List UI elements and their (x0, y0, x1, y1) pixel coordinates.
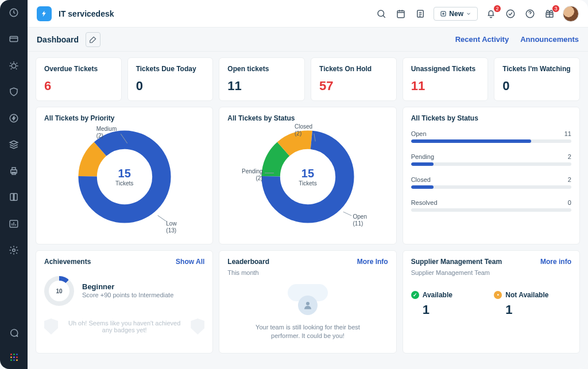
check-icon: ✓ (411, 291, 419, 299)
supplier-more-link[interactable]: More info (540, 258, 571, 266)
status-pending-count: (2) (256, 175, 262, 181)
announcements-link[interactable]: Announcements (520, 35, 579, 44)
metric-label: Tickets On Hold (319, 65, 388, 73)
supplier-unavailable-count: 1 (505, 302, 571, 317)
achievements-show-all-link[interactable]: Show All (176, 258, 204, 266)
metric-value: 11 (227, 79, 296, 94)
leaderboard-msg2: performer. It could be you! (271, 332, 345, 339)
nav-apps-icon[interactable] (10, 354, 18, 361)
nav-dashboard-icon[interactable] (8, 7, 20, 18)
priority-medium-label: Medium (96, 126, 117, 132)
priority-medium-count: (2) (96, 133, 103, 139)
help-icon[interactable] (524, 7, 536, 20)
nav-bolt-icon[interactable] (8, 112, 20, 124)
topbar: IT servicedesk New 2 3 (28, 0, 588, 28)
supplier-available-count: 1 (423, 302, 489, 317)
status-donut-card: All Tickets by Status 15 Tickets Closed … (219, 107, 396, 244)
metric-card[interactable]: Unassigned Tickets11 (403, 57, 489, 101)
nav-layers-icon[interactable] (8, 139, 20, 150)
bar-value: 2 (568, 176, 571, 183)
status-bar-row: Resolved0 (411, 199, 571, 212)
supplier-unavailable-label: Not Available (505, 291, 548, 299)
status-bar-row: Open11 (411, 130, 571, 143)
bar-fill (411, 185, 434, 189)
metric-card[interactable]: Tickets Due Today0 (127, 57, 214, 101)
gift-icon[interactable]: 3 (543, 7, 556, 20)
chevron-down-icon (466, 11, 471, 17)
status-bars: Open11Pending2Closed2Resolved0 (411, 130, 571, 212)
metric-label: Open tickets (227, 65, 296, 73)
avatar[interactable] (563, 6, 579, 22)
shield-icon (44, 318, 58, 335)
nav-chat-icon[interactable] (8, 327, 20, 339)
metric-card[interactable]: Tickets I'm Watching0 (494, 57, 580, 101)
bar-track (411, 162, 571, 166)
bar-track (411, 185, 571, 189)
bar-value: 11 (564, 130, 571, 137)
calendar-icon[interactable] (394, 7, 407, 20)
notification-badge: 2 (494, 5, 501, 12)
nav-shield-icon[interactable] (8, 86, 20, 98)
metric-label: Overdue Tickets (44, 65, 113, 73)
metric-label: Unassigned Tickets (411, 65, 480, 73)
nav-book-icon[interactable] (8, 192, 20, 203)
check-circle-icon[interactable] (504, 7, 517, 20)
metric-value: 57 (319, 79, 388, 94)
clock-icon: • (494, 291, 502, 299)
bar-label: Open (411, 130, 427, 137)
priority-chart-title: All Tickets by Priority (44, 114, 204, 122)
leaderboard-more-link[interactable]: More Info (357, 258, 388, 266)
svg-rect-1 (10, 37, 18, 42)
nav-printer-icon[interactable] (8, 165, 20, 177)
nav-chart-icon[interactable] (8, 218, 20, 230)
svg-rect-5 (12, 168, 16, 170)
notes-icon[interactable] (414, 7, 427, 20)
metric-label: Tickets I'm Watching (502, 65, 571, 73)
svg-point-2 (11, 64, 16, 68)
status-donut-title: All Tickets by Status (227, 114, 388, 122)
status-donut: 15 Tickets Closed (2) Pending (2) Op (259, 128, 357, 226)
edit-button[interactable] (86, 32, 100, 47)
leaderboard-msg1: Your team is still looking for their bes… (256, 324, 360, 331)
bar-value: 0 (568, 199, 571, 206)
metric-value: 6 (44, 79, 113, 94)
metric-card[interactable]: Open tickets11 (219, 57, 305, 101)
status-total-label: Tickets (299, 180, 316, 187)
new-button[interactable]: New (434, 7, 478, 21)
svg-point-13 (506, 10, 514, 18)
metrics-row: Overdue Tickets6Tickets Due Today0Open t… (36, 57, 580, 101)
priority-total-label: Tickets (115, 180, 133, 187)
recent-activity-link[interactable]: Recent Activity (455, 35, 509, 44)
priority-low-count: (13) (166, 227, 176, 234)
new-button-label: New (449, 10, 463, 18)
nav-bug-icon[interactable] (8, 60, 20, 71)
achievements-no-badges: Uh oh! Seems like you haven't achieved a… (64, 320, 185, 333)
supplier-available-label: Available (423, 291, 452, 299)
supplier-subtitle: Supplier Management Team (411, 269, 571, 276)
achievements-card: Achievements Show All 10 Beginner Score … (36, 250, 213, 354)
bar-label: Resolved (411, 199, 438, 206)
status-closed-count: (2) (295, 130, 301, 137)
metric-card[interactable]: Tickets On Hold57 (311, 57, 397, 101)
nav-settings-icon[interactable] (8, 244, 20, 256)
leaderboard-period: This month (227, 269, 388, 276)
content: Overdue Tickets6Tickets Due Today0Open t… (28, 52, 588, 369)
leaderboard-illustration (288, 284, 328, 318)
svg-point-8 (13, 249, 16, 252)
gift-badge: 3 (552, 5, 559, 12)
priority-total: 15 (115, 167, 133, 180)
leaderboard-title: Leaderboard (227, 258, 269, 266)
bar-fill (411, 139, 531, 143)
metric-value: 11 (411, 79, 480, 94)
search-icon[interactable] (375, 7, 388, 20)
status-bar-row: Closed2 (411, 176, 571, 189)
achievements-score: 10 (49, 281, 69, 301)
bell-icon[interactable]: 2 (485, 7, 497, 20)
bar-track (411, 139, 571, 143)
nav-inbox-icon[interactable] (8, 33, 20, 45)
subheader: Dashboard Recent Activity Announcements (28, 28, 588, 52)
achievements-title: Achievements (44, 258, 91, 266)
metric-card[interactable]: Overdue Tickets6 (36, 57, 122, 101)
bar-fill (411, 162, 434, 166)
bar-label: Closed (411, 176, 431, 183)
